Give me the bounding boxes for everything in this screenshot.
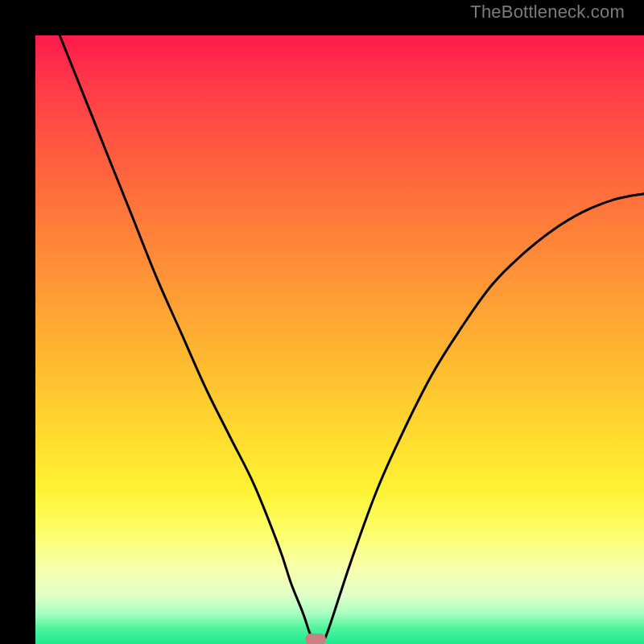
plot-area — [35, 35, 644, 644]
watermark-text: TheBottleneck.com — [470, 2, 625, 23]
gradient-background — [35, 35, 644, 644]
minimum-marker — [305, 634, 326, 644]
chart-frame — [0, 0, 644, 644]
